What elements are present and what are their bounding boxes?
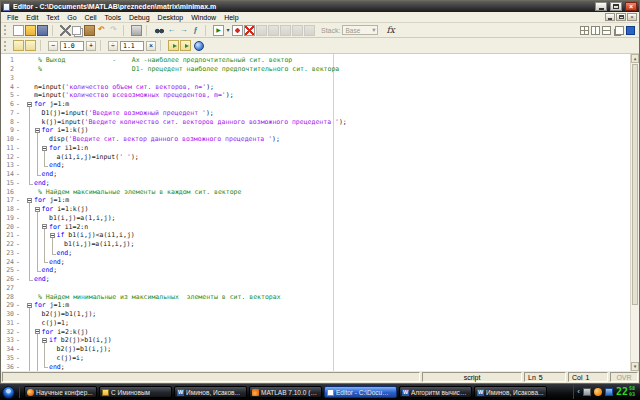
start-button[interactable] [2, 386, 15, 399]
code-text[interactable]: for j=1:m [22, 196, 629, 204]
run-icon[interactable]: ▶ [213, 25, 224, 36]
breakpoint-margin[interactable]: - [14, 240, 22, 248]
tile-cascade-icon[interactable] [615, 26, 624, 35]
code-text[interactable]: end; [22, 275, 629, 283]
code-text[interactable]: if b2(j)>b1(i,j) [22, 336, 629, 344]
paste-icon[interactable] [84, 25, 95, 36]
taskbar-button[interactable]: WИминов, Исакова... [474, 386, 547, 398]
set-breakpoint-icon[interactable] [232, 25, 243, 36]
step-icon[interactable] [256, 25, 267, 36]
breakpoint-margin[interactable]: - [14, 301, 22, 309]
step-out-icon[interactable] [280, 25, 291, 36]
taskbar-clock[interactable]: 22 58 03 [616, 386, 635, 398]
toolbar-grip[interactable] [4, 25, 9, 35]
code-text[interactable]: D1(j)=input('Введите возможный прецедент… [22, 109, 629, 117]
scrollbar-thumb[interactable] [632, 64, 638, 305]
breakpoint-margin[interactable]: - [14, 161, 22, 169]
tile-vertical-split-icon[interactable] [591, 26, 600, 35]
fold-toggle-icon[interactable] [42, 146, 47, 151]
code-text[interactable]: % Выход - Ax -наиболее предпочтительный … [22, 56, 629, 64]
timer-icon[interactable] [194, 41, 204, 51]
close-button[interactable]: × [625, 2, 637, 11]
code-text[interactable]: b1(i,j)=a(1,i,j); [22, 214, 629, 222]
breakpoint-margin[interactable]: - [14, 100, 22, 108]
fold-toggle-icon[interactable] [27, 303, 32, 308]
breakpoint-margin[interactable]: - [14, 214, 22, 222]
code-text[interactable]: % Найдем минимальные из максимальных эле… [22, 293, 629, 301]
toolbar-grip[interactable] [4, 41, 9, 51]
breakpoint-margin[interactable]: - [14, 205, 22, 213]
continue-icon[interactable] [292, 25, 303, 36]
code-text[interactable]: for i=2:k(j) [22, 328, 629, 336]
increment-value-button[interactable]: + [86, 41, 96, 51]
multiply-value-button[interactable]: × [146, 41, 156, 51]
find-icon[interactable] [154, 25, 165, 36]
breakpoint-margin[interactable]: - [14, 249, 22, 257]
taskbar-button[interactable]: Editor - C:\Docume... [324, 386, 397, 398]
display-settings-icon[interactable] [583, 388, 591, 396]
insert-cell-divider-icon[interactable] [25, 40, 36, 51]
decrement-value-button[interactable]: − [48, 41, 58, 51]
breakpoint-margin[interactable]: - [14, 153, 22, 161]
fold-toggle-icon[interactable] [42, 338, 47, 343]
child-restore-button[interactable] [616, 13, 626, 21]
taskbar-button[interactable]: Научные конфер... [24, 386, 97, 398]
go-to-function-icon[interactable]: ƒ [190, 25, 201, 36]
code-text[interactable]: end; [22, 249, 629, 257]
breakpoint-margin[interactable]: - [14, 266, 22, 274]
code-text[interactable]: end; [22, 266, 629, 274]
child-minimize-button[interactable] [605, 13, 615, 21]
divide-value-button[interactable]: ÷ [108, 41, 118, 51]
open-file-icon[interactable] [25, 25, 36, 36]
breakpoint-margin[interactable]: - [14, 144, 22, 152]
taskbar-button[interactable]: WИминов, Исаков... [174, 386, 247, 398]
code-text[interactable]: % Найдем максимальные элементы в каждом … [22, 188, 629, 196]
save-icon[interactable] [37, 25, 48, 36]
breakpoint-margin[interactable]: - [14, 118, 22, 126]
code-text[interactable]: a(i1,i,j)=input(' '); [22, 153, 629, 161]
code-text[interactable]: b1(i,j)=a(i1,i,j); [22, 240, 629, 248]
undo-icon[interactable]: ↶ [96, 25, 107, 36]
maximize-button[interactable] [610, 2, 622, 11]
tray-chevron-icon[interactable]: ‹ [577, 388, 580, 396]
breakpoint-margin[interactable]: - [14, 109, 22, 117]
vertical-scrollbar[interactable]: ▲ ▼ [630, 54, 639, 371]
taskbar-button[interactable]: WАлгоритм вычисл... [399, 386, 472, 398]
breakpoint-margin[interactable]: - [14, 310, 22, 318]
breakpoint-margin[interactable]: - [14, 336, 22, 344]
code-text[interactable]: n=input('количество объем сит. векторов,… [22, 83, 629, 91]
breakpoint-margin[interactable]: - [14, 275, 22, 283]
menu-help[interactable]: Help [220, 14, 242, 21]
menu-text[interactable]: Text [42, 14, 63, 21]
breakpoint-margin[interactable]: - [14, 83, 22, 91]
code-text[interactable]: for i=1:k(j) [22, 205, 629, 213]
tile-horizontal-split-icon[interactable] [602, 26, 611, 35]
code-text[interactable]: for i=1:k(j) [22, 126, 629, 134]
scroll-up-icon[interactable]: ▲ [631, 54, 639, 63]
breakpoint-margin[interactable]: - [14, 345, 22, 353]
code-text[interactable]: c(j)=i; [22, 354, 629, 362]
breakpoint-margin[interactable]: - [14, 135, 22, 143]
network-tray-icon[interactable] [605, 388, 613, 396]
code-text[interactable]: c(j)=1; [22, 319, 629, 327]
antivirus-tray-icon[interactable] [594, 388, 602, 396]
code-text[interactable]: b2(j)=b1(1,j); [22, 310, 629, 318]
print-icon[interactable] [131, 25, 142, 36]
breakpoint-margin[interactable]: - [14, 223, 22, 231]
breakpoint-margin[interactable]: - [14, 328, 22, 336]
fold-toggle-icon[interactable] [42, 224, 47, 229]
code-text[interactable]: b2(j)=b1(i,j); [22, 345, 629, 353]
menu-desktop[interactable]: Desktop [154, 14, 188, 21]
code-editor[interactable]: 1 % Выход - Ax -наиболее предпочтительны… [1, 54, 639, 371]
code-text[interactable]: end; [22, 258, 629, 266]
code-text[interactable]: if b1(i,j)<a(i1,i,j) [22, 231, 629, 239]
breakpoint-margin[interactable]: - [14, 319, 22, 327]
breakpoint-margin[interactable]: - [14, 363, 22, 371]
fold-toggle-icon[interactable] [27, 102, 32, 107]
copy-icon[interactable] [72, 26, 81, 35]
new-script-icon[interactable] [13, 25, 24, 36]
code-text[interactable]: end; [22, 170, 629, 178]
stack-combo[interactable]: Base ▾ [342, 25, 378, 35]
taskbar-button[interactable]: С Иминовым [99, 386, 172, 398]
breakpoint-margin[interactable]: - [14, 354, 22, 362]
